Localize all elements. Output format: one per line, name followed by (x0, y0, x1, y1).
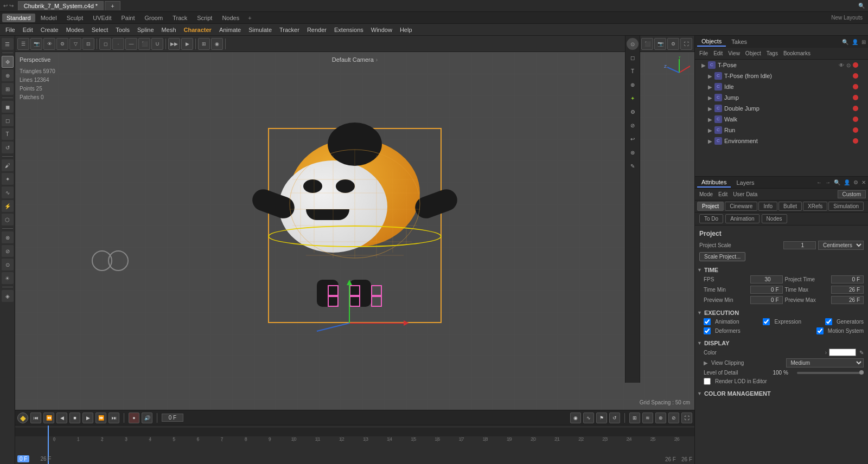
exec-expr-check[interactable] (763, 318, 770, 325)
obj-tool-tags[interactable]: Tags (764, 49, 780, 57)
tl-next-frame[interactable]: ⏩ (95, 413, 106, 423)
obj-row-env[interactable]: ▶ C Environment (695, 136, 868, 146)
undo-redo[interactable]: ↩ ↪ (3, 3, 14, 9)
obj-tool-view[interactable]: View (726, 49, 742, 57)
obj-vis-icon[interactable]: 👁 (839, 62, 844, 68)
ws-tab-track[interactable]: Track (168, 14, 192, 22)
ws-tab-model[interactable]: Model (36, 14, 61, 22)
vt-point-mode[interactable]: · (112, 38, 124, 50)
rstrip-icon-3[interactable]: T (627, 65, 639, 77)
obj-row-idle[interactable]: ▶ C Idle (695, 81, 868, 92)
attr-scale-unit[interactable]: Centimeters (818, 241, 864, 250)
vt-render-btn[interactable]: ⬛ (641, 38, 653, 50)
exec-ms-check[interactable] (816, 327, 824, 334)
keyframe-diamond[interactable]: ◆ (17, 413, 28, 423)
tl-play-back[interactable]: ◀ (56, 413, 67, 423)
menu-file[interactable]: File (2, 25, 18, 34)
disp-clip-select[interactable]: Medium Short Long (786, 358, 864, 368)
vt-view-btn[interactable]: ☰ (17, 38, 29, 50)
tool-rotate-icon[interactable]: ↺ (2, 141, 14, 153)
viewport-nav-cube[interactable]: X Y Z (663, 56, 690, 85)
vt-opt-btn[interactable]: ⚙ (56, 38, 68, 50)
vt-fullscreen-btn[interactable]: ⛶ (680, 38, 692, 50)
attr-preview-min-input[interactable] (750, 296, 783, 304)
attr-time-max-input[interactable] (831, 286, 864, 294)
vt-settings-btn[interactable]: ⚙ (667, 38, 679, 50)
obj-row-tpose[interactable]: ▶ C T-Pose 👁 ⊙ (695, 60, 868, 70)
vt-poly-mode[interactable]: ⬛ (138, 38, 150, 50)
subtab-cineware[interactable]: Cineware (725, 202, 757, 211)
rstrip-icon-4[interactable]: ⊕ (627, 79, 639, 91)
tl-go-start[interactable]: ⏮ (30, 413, 41, 423)
menu-mesh[interactable]: Mesh (158, 25, 180, 34)
attr-user-icon[interactable]: 👤 (844, 179, 850, 185)
disp-header[interactable]: ▼ DISPLAY (697, 339, 866, 347)
objects-search-icon[interactable]: 🔍 (842, 39, 848, 45)
vt-render-all[interactable]: ▶▶ (168, 38, 180, 50)
menu-modes[interactable]: Modes (63, 25, 87, 34)
tool-light-icon[interactable]: ☀ (2, 272, 14, 284)
time-header[interactable]: ▼ TIME (697, 266, 866, 274)
rstrip-icon-7[interactable]: ⊘ (627, 119, 639, 131)
menu-select[interactable]: Select (88, 25, 112, 34)
menu-create[interactable]: Create (37, 25, 62, 34)
ws-tab-sculpt[interactable]: Sculpt (62, 14, 88, 22)
attr-fps-input[interactable] (750, 275, 783, 283)
tool-camera-icon[interactable]: ⊙ (2, 259, 14, 270)
menu-extensions[interactable]: Extensions (331, 25, 367, 34)
sub-subtab-todo[interactable]: To Do (699, 214, 723, 223)
attr-close-icon[interactable]: ✕ (861, 179, 866, 185)
tool-mat-icon[interactable]: ◈ (2, 290, 14, 302)
menu-simulate[interactable]: Simulate (245, 25, 275, 34)
scale-project-btn[interactable]: Scale Project... (699, 252, 745, 261)
tool-texture-icon[interactable]: T (2, 128, 14, 140)
tl-go-end[interactable]: ⏭ (108, 413, 119, 423)
tl-key-type[interactable]: ◉ (570, 413, 581, 423)
tl-scale[interactable]: ⊘ (668, 413, 679, 423)
tool-scale-icon[interactable]: ⊞ (2, 83, 14, 95)
tl-loop[interactable]: ↺ (609, 413, 620, 423)
obj-tool-object[interactable]: Object (743, 49, 763, 57)
menu-animate[interactable]: Animate (216, 25, 244, 34)
attr-back-icon[interactable]: ← (816, 179, 822, 185)
tab-layers[interactable]: Layers (732, 178, 758, 187)
ws-tab-paint[interactable]: Paint (117, 14, 139, 22)
disp-color-swatch[interactable] (829, 349, 856, 356)
obj-row-run[interactable]: ▶ C Run (695, 125, 868, 136)
ws-tab-standard[interactable]: Standard (2, 14, 35, 22)
tl-prev-frame[interactable]: ⏪ (43, 413, 54, 423)
objects-bookmark-icon[interactable]: ⊞ (861, 39, 866, 45)
tl-record[interactable]: ● (129, 413, 139, 423)
tool-sculpt-icon[interactable]: ✦ (2, 173, 14, 185)
tl-snap[interactable]: ⊞ (629, 413, 640, 423)
exec-header[interactable]: ▼ EXECUTION (697, 308, 866, 317)
vt-wire[interactable]: ⊞ (198, 38, 210, 50)
subtab-project[interactable]: Project (697, 202, 724, 211)
obj-tool-edit[interactable]: Edit (711, 49, 725, 57)
tl-marker[interactable]: ⚑ (596, 413, 607, 423)
attr-tool-mode[interactable]: Mode (697, 190, 715, 198)
vt-panel-btn[interactable]: ⊟ (82, 38, 94, 50)
attr-forward-icon[interactable]: → (825, 179, 831, 185)
rstrip-icon-8[interactable]: ↩ (627, 133, 639, 145)
tool-poly-icon[interactable]: ⬡ (2, 214, 14, 225)
attr-scale-input[interactable] (783, 241, 816, 249)
menu-tools[interactable]: Tools (112, 25, 133, 34)
tl-auto-key[interactable]: ⊗ (655, 413, 666, 423)
ws-tab-groom[interactable]: Groom (141, 14, 168, 22)
attr-time-min-input[interactable] (750, 286, 783, 294)
disp-color-arrow[interactable]: › (825, 350, 827, 356)
attr-search-icon[interactable]: 🔍 (834, 179, 840, 185)
tool-snap-icon[interactable]: ⊗ (2, 231, 14, 243)
subtab-info[interactable]: Info (758, 202, 777, 211)
new-layouts-label[interactable]: New Layouts (828, 15, 866, 21)
vt-render-sel[interactable]: ▶ (181, 38, 193, 50)
menu-character[interactable]: Character (181, 25, 215, 34)
tl-ripple[interactable]: ≋ (642, 413, 653, 423)
exec-gen-check[interactable] (825, 318, 832, 325)
tool-spline-icon[interactable]: ∿ (2, 186, 14, 198)
exec-def-check[interactable] (704, 327, 711, 334)
objects-user-icon[interactable]: 👤 (852, 39, 858, 45)
vt-obj-mode[interactable]: ◻ (99, 38, 111, 50)
tl-current-frame[interactable]: 0 F (162, 414, 183, 422)
